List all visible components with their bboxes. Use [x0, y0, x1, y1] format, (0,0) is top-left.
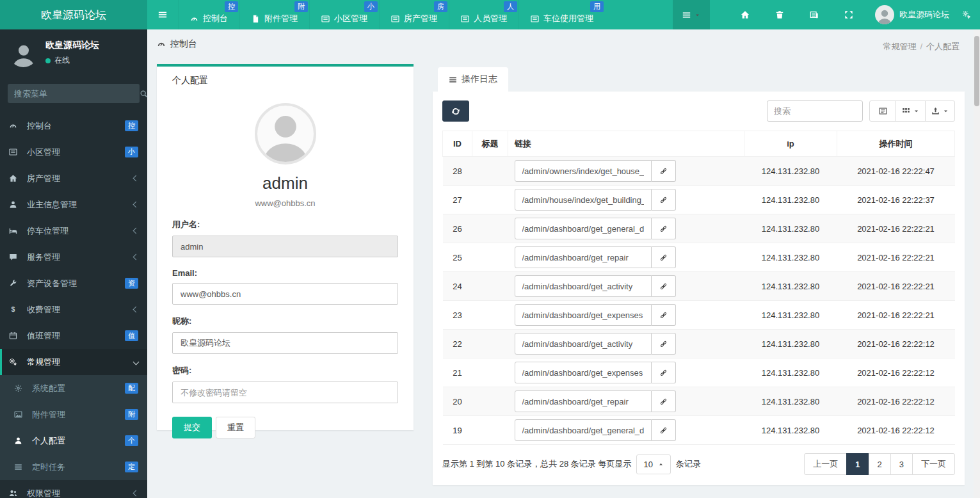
url-input[interactable]	[515, 362, 652, 383]
col-header-ip[interactable]: ip	[744, 131, 837, 157]
col-header-id[interactable]: ID	[443, 131, 472, 157]
sidebar-item-service[interactable]: 服务管理	[0, 244, 147, 270]
url-input[interactable]	[515, 218, 652, 239]
trash-icon	[775, 10, 784, 19]
nickname-field[interactable]	[172, 332, 398, 354]
chevron-left-icon	[133, 490, 140, 497]
topnav-item-house[interactable]: 房产管理 房	[379, 0, 449, 29]
nav-list-dropdown[interactable]	[673, 0, 710, 29]
url-input[interactable]	[515, 333, 652, 355]
sidebar-item-system-config[interactable]: 系统配置 配	[0, 375, 147, 401]
sidebar-item-dashboard[interactable]: 控制台 控	[0, 113, 147, 139]
table-row[interactable]: 23 124.131.232.802021-02-16 22:22:21	[443, 301, 955, 330]
export-button[interactable]	[925, 100, 955, 122]
caret-down-icon	[913, 108, 919, 114]
sidebar-profile[interactable]: 欧皇源码论坛 在线	[0, 29, 147, 75]
prev-page-button[interactable]: 上一页	[804, 453, 847, 475]
page-button-2[interactable]: 2	[869, 453, 891, 475]
menu-icon	[158, 10, 167, 19]
table-row[interactable]: 25 124.131.232.802021-02-16 22:22:21	[443, 243, 955, 272]
open-link-button[interactable]	[652, 218, 676, 239]
sidebar-item-house[interactable]: 房产管理	[0, 165, 147, 191]
table-row[interactable]: 19 124.131.232.802021-02-16 22:22:12	[443, 416, 955, 445]
table-row[interactable]: 22 124.131.232.802021-02-16 22:22:12	[443, 330, 955, 358]
sidebar-item-parking[interactable]: 停车位管理	[0, 218, 147, 244]
columns-button[interactable]	[896, 100, 926, 122]
menu-search-input[interactable]	[8, 89, 133, 99]
topnav-item-personnel[interactable]: 人员管理 人	[449, 0, 518, 29]
refresh-button[interactable]	[442, 100, 469, 122]
email-field[interactable]	[172, 283, 398, 305]
sidebar-item-personal-config[interactable]: 个人配置 个	[0, 428, 147, 454]
breadcrumb-parent[interactable]: 常规管理	[883, 42, 916, 51]
sidebar-item-duty[interactable]: 值班管理 值	[0, 323, 147, 349]
sidebar-item-community[interactable]: 小区管理 小	[0, 139, 147, 165]
tab-operation-log[interactable]: 操作日志	[438, 67, 508, 92]
scrollbar-thumb[interactable]	[974, 36, 979, 106]
table-search-input[interactable]	[767, 100, 863, 122]
search-icon[interactable]	[133, 90, 154, 98]
tasks-icon	[14, 463, 28, 471]
table-row[interactable]: 24 124.131.232.802021-02-16 22:22:21	[443, 272, 955, 301]
sidebar-item-cron[interactable]: 定时任务 定	[0, 454, 147, 480]
password-field[interactable]	[172, 382, 398, 403]
clear-cache-button[interactable]	[762, 0, 797, 29]
sidebar-item-owner-info[interactable]: 业主信息管理	[0, 191, 147, 218]
open-link-button[interactable]	[652, 160, 676, 182]
gauge-icon	[190, 15, 198, 23]
open-link-button[interactable]	[652, 419, 676, 441]
topnav-item-attachments[interactable]: 附件管理 附	[239, 0, 309, 29]
table-view-icon	[879, 107, 887, 115]
fullscreen-button[interactable]	[831, 0, 866, 29]
page-button-3[interactable]: 3	[890, 453, 913, 475]
vertical-scrollbar[interactable]	[974, 29, 980, 498]
reset-button[interactable]: 重置	[216, 417, 255, 438]
sidebar-item-attachments[interactable]: 附件管理 附	[0, 401, 147, 428]
col-header-title[interactable]: 标题	[472, 131, 508, 157]
url-input[interactable]	[515, 275, 652, 297]
url-input[interactable]	[515, 419, 652, 441]
brand-logo[interactable]: 欧皇源码论坛	[0, 0, 147, 29]
sidebar-item-general[interactable]: 常规管理	[0, 349, 147, 375]
user-menu[interactable]: 欧皇源码论坛	[866, 0, 958, 29]
open-link-button[interactable]	[652, 304, 676, 326]
page-button-1[interactable]: 1	[846, 453, 869, 475]
submit-button[interactable]: 提交	[172, 417, 212, 438]
url-input[interactable]	[515, 390, 652, 412]
sidebar-item-permissions[interactable]: 权限管理	[0, 480, 147, 498]
topnav-item-dashboard[interactable]: 控制台 控	[178, 0, 239, 29]
profile-avatar[interactable]	[255, 103, 316, 165]
settings-button[interactable]	[958, 0, 980, 29]
col-header-time[interactable]: 操作时间	[837, 131, 955, 157]
open-link-button[interactable]	[652, 189, 676, 211]
open-link-button[interactable]	[652, 390, 676, 412]
home-button[interactable]	[728, 0, 762, 29]
table-row[interactable]: 27 124.131.232.802021-02-16 22:22:37	[443, 186, 955, 214]
col-header-url[interactable]: 链接	[508, 131, 744, 157]
open-link-button[interactable]	[652, 333, 676, 355]
sidebar-collapse-toggle[interactable]	[147, 0, 178, 29]
open-link-button[interactable]	[652, 246, 676, 268]
toggle-view-button[interactable]	[869, 100, 896, 122]
page-size-select[interactable]: 10	[636, 454, 670, 474]
avatar	[875, 5, 894, 24]
table-row[interactable]: 21 124.131.232.802021-02-16 22:22:12	[443, 358, 955, 387]
table-row[interactable]: 26 124.131.232.802021-02-16 22:22:21	[443, 214, 955, 243]
sidebar-item-assets[interactable]: 资产设备管理 资	[0, 270, 147, 296]
url-input[interactable]	[515, 189, 652, 211]
check-update-button[interactable]	[797, 0, 831, 29]
table-row[interactable]: 28 124.131.232.802021-02-16 22:22:47	[443, 157, 955, 186]
next-page-button[interactable]: 下一页	[912, 453, 955, 475]
topnav-item-community[interactable]: 小区管理 小	[309, 0, 379, 29]
url-input[interactable]	[515, 160, 652, 182]
sidebar-item-fees[interactable]: $ 收费管理	[0, 296, 147, 323]
caret-up-icon	[658, 462, 664, 467]
table-row[interactable]: 20 124.131.232.802021-02-16 22:22:12	[443, 387, 955, 416]
url-input[interactable]	[515, 246, 652, 268]
open-link-button[interactable]	[652, 362, 676, 383]
open-link-button[interactable]	[652, 275, 676, 297]
topnav-item-parking-usage[interactable]: 车位使用管理 用	[518, 0, 605, 29]
caret-down-icon	[695, 12, 700, 18]
url-input[interactable]	[515, 304, 652, 326]
chevron-left-icon	[133, 307, 140, 313]
